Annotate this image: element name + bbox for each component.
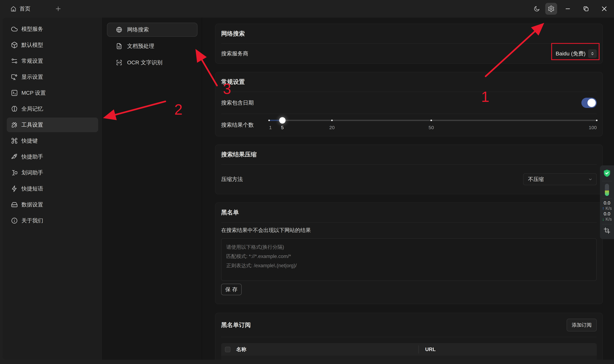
sidebar-item-general-settings[interactable]: 常规设置 (7, 54, 98, 68)
slider-mark (596, 120, 598, 121)
close-icon (601, 5, 608, 12)
sidebar-item-model-services[interactable]: 模型服务 (7, 22, 98, 36)
section-title-general: 常规设置 (221, 72, 597, 92)
result-count-row: 搜索结果个数 1 5 20 50 100 (221, 114, 597, 136)
arrow-down-icon: ↓ (602, 217, 604, 221)
slider-mark (431, 120, 432, 121)
slider-mark (331, 120, 333, 121)
compression-method-label: 压缩方法 (221, 176, 243, 183)
select-all-checkbox[interactable] (225, 347, 230, 352)
sidebar-item-quick-assistant[interactable]: 快捷助手 (7, 149, 98, 164)
sidebar-item-mcp-settings[interactable]: MCP 设置 (7, 86, 98, 100)
slider-tick-label: 5 (281, 125, 284, 130)
security-shield-icon[interactable] (603, 169, 611, 178)
table-body-empty (221, 356, 597, 360)
memory-gauge[interactable] (605, 184, 609, 196)
moon-icon (533, 5, 540, 12)
sidebar-item-tool-settings[interactable]: 工具设置 (7, 117, 98, 132)
column-header-url: URL (425, 346, 436, 352)
restore-icon (583, 6, 589, 12)
command-icon (11, 137, 18, 144)
sidebar-item-label: 划词助手 (21, 169, 43, 176)
sidebar-item-label: 快捷短语 (21, 185, 43, 192)
text-cursor-icon (11, 169, 18, 176)
settings-window: 模型服务 默认模型 常规设置 显示设置 MCP 设置 全局记忆 (2, 18, 614, 360)
compression-method-value: 不压缩 (528, 176, 544, 183)
sidebar-item-label: 模型服务 (21, 25, 43, 33)
sidebar-item-label: 快捷键 (21, 137, 38, 144)
brain-icon (11, 105, 18, 112)
blacklist-card: 黑名单 在搜索结果中不会出现以下网站的结果 请使用以下格式(换行分隔) 匹配模式… (215, 202, 603, 304)
cloud-icon (11, 26, 18, 33)
sidebar-item-selection-assistant[interactable]: 划词助手 (7, 165, 98, 180)
theme-toggle-button[interactable] (531, 3, 543, 15)
sidebar-item-quick-phrases[interactable]: 快捷短语 (7, 181, 98, 196)
system-monitor-widget: 0.0 ↑ K/s 0.0 ↓ K/s (600, 165, 614, 239)
sidebar-item-global-memory[interactable]: 全局记忆 (7, 102, 98, 116)
compression-card: 搜索结果压缩 压缩方法 不压缩 (215, 144, 603, 194)
sidebar-item-about-us[interactable]: 关于我们 (7, 213, 98, 228)
new-tab-button[interactable] (55, 5, 62, 12)
search-provider-value: Baidu (免费) (556, 50, 586, 57)
column-divider (419, 345, 419, 353)
restore-button[interactable] (580, 3, 592, 15)
sidebar-item-label: 快捷助手 (21, 153, 43, 160)
slider-mark (268, 120, 270, 121)
subsidebar-item-ocr[interactable]: OCR OCR 文字识别 (107, 56, 197, 70)
tab-home[interactable]: 首页 (10, 5, 30, 13)
include-date-toggle[interactable] (581, 98, 597, 108)
search-provider-select[interactable]: Baidu (免费) (556, 49, 597, 58)
chevrons-up-down-icon (588, 49, 597, 58)
upload-speed-value: 0.0 (602, 200, 612, 206)
subsidebar-item-label: 网络搜索 (127, 26, 149, 33)
sidebar-item-label: 显示设置 (21, 73, 43, 81)
subsidebar-item-label: 文档预处理 (127, 42, 154, 50)
close-button[interactable] (598, 3, 610, 15)
sidebar-item-display-settings[interactable]: 显示设置 (7, 70, 98, 84)
slider-tick-label: 20 (329, 125, 335, 130)
rocket-icon (11, 153, 18, 160)
sidebar-item-label: 默认模型 (21, 41, 43, 49)
divider (602, 181, 612, 181)
settings-button[interactable] (545, 3, 557, 15)
sidebar-item-label: 常规设置 (21, 57, 43, 65)
minimize-button[interactable] (562, 3, 574, 15)
slider-track[interactable] (269, 120, 597, 121)
result-count-slider[interactable]: 1 5 20 50 100 (269, 114, 597, 136)
general-settings-card: 常规设置 搜索包含日期 搜索结果个数 (215, 72, 603, 136)
blacklist-description: 在搜索结果中不会出现以下网站的结果 (221, 227, 597, 234)
add-subscription-button[interactable]: 添加订阅 (567, 319, 597, 331)
slider-thumb[interactable] (279, 117, 286, 124)
compression-method-row: 压缩方法 不压缩 (221, 165, 597, 194)
compression-method-select[interactable]: 不压缩 (523, 173, 597, 185)
sidebar-item-data-settings[interactable]: 数据设置 (7, 197, 98, 212)
blacklist-textarea[interactable]: 请使用以下格式(换行分隔) 匹配模式: *://*.example.com/* … (221, 238, 597, 281)
monitor-cog-icon (11, 73, 18, 80)
package-icon (11, 41, 18, 49)
toggle-knob (587, 99, 596, 107)
subsidebar-item-doc-preprocess[interactable]: 文档预处理 (107, 39, 197, 53)
sidebar-item-shortcuts[interactable]: 快捷键 (7, 133, 98, 148)
minimize-icon (565, 6, 571, 12)
slider-tick-label: 100 (589, 125, 597, 130)
result-count-label: 搜索结果个数 (221, 121, 254, 129)
sidebar-item-default-models[interactable]: 默认模型 (7, 38, 98, 52)
sliders-icon (11, 57, 18, 65)
zap-icon (11, 185, 18, 192)
divider (221, 222, 597, 222)
slider-tick-label: 1 (269, 125, 272, 130)
search-provider-label: 搜索服务商 (221, 50, 248, 57)
chevron-down-icon (588, 177, 593, 182)
home-icon (10, 6, 17, 12)
crop-icon (603, 227, 611, 234)
info-icon (11, 217, 18, 224)
subscription-table: 名称 URL (221, 343, 597, 360)
upload-speed-unit: K/s (605, 206, 612, 211)
tab-home-label: 首页 (19, 5, 30, 13)
subsidebar-item-web-search[interactable]: 网络搜索 (107, 23, 197, 37)
window-controls (531, 3, 610, 15)
screenshot-tool-button[interactable] (603, 227, 611, 234)
settings-sidebar: 模型服务 默认模型 常规设置 显示设置 MCP 设置 全局记忆 (2, 18, 103, 360)
save-button[interactable]: 保存 (221, 284, 242, 295)
globe-icon (116, 26, 123, 33)
